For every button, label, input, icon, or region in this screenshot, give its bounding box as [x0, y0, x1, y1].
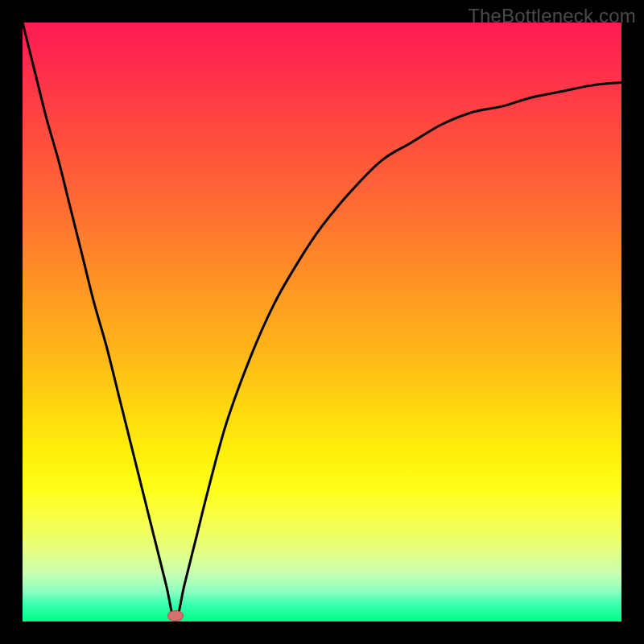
plot-area	[23, 23, 621, 621]
curve-layer	[23, 23, 621, 621]
bottleneck-curve	[23, 23, 621, 621]
minimum-marker-icon	[167, 610, 184, 621]
watermark-text: TheBottleneck.com	[468, 5, 636, 27]
chart-frame: TheBottleneck.com	[0, 0, 644, 644]
